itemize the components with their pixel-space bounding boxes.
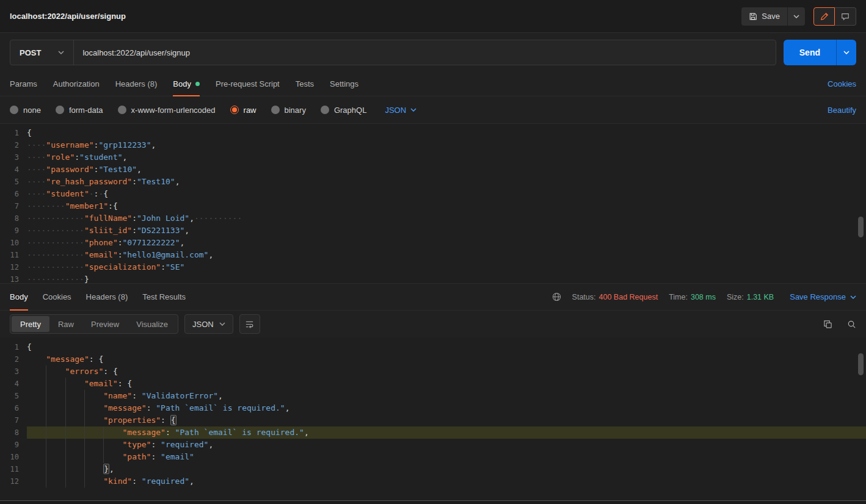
tab-tests[interactable]: Tests	[296, 72, 314, 96]
line-content: ····"re_hash_password":"Test10",	[27, 176, 866, 188]
tab-pre-request-script[interactable]: Pre-request Script	[216, 72, 280, 96]
save-button-label: Save	[762, 12, 780, 21]
cookies-link[interactable]: Cookies	[828, 79, 856, 88]
code-line[interactable]: 1{	[0, 341, 866, 353]
view-tab-visualize[interactable]: Visualize	[128, 316, 176, 332]
save-button-group: Save	[741, 7, 805, 26]
view-tab-pretty[interactable]: Pretty	[12, 316, 49, 332]
response-tab-cookies[interactable]: Cookies	[43, 284, 71, 310]
save-button[interactable]: Save	[741, 7, 787, 26]
line-number: 12	[0, 475, 27, 488]
size-badge: Size: 1.31 KB	[727, 293, 774, 301]
tab-headers[interactable]: Headers (8)	[115, 72, 158, 96]
body-type-form-data[interactable]: form-data	[56, 106, 103, 115]
send-dropdown-button[interactable]	[836, 40, 856, 65]
code-line[interactable]: 13············}	[0, 273, 866, 283]
body-type-x-www-form-urlencoded[interactable]: x-www-form-urlencoded	[118, 106, 216, 115]
response-tab-body[interactable]: Body	[10, 284, 28, 310]
body-type-binary[interactable]: binary	[271, 106, 306, 115]
response-code: 1{2"message": {3"errors": {4"email": {5"…	[0, 341, 866, 488]
tab-params[interactable]: Params	[10, 72, 37, 96]
network-icon[interactable]	[552, 292, 561, 301]
tab-authorization[interactable]: Authorization	[53, 72, 100, 96]
wrap-text-button[interactable]	[239, 314, 260, 334]
code-line[interactable]: 10"path": "email"	[0, 451, 866, 463]
code-line[interactable]: 9············"sliit_id":"DS221133",	[0, 225, 866, 237]
line-content: "errors": {	[27, 365, 866, 378]
response-body-viewer[interactable]: 1{2"message": {3"errors": {4"email": {5"…	[0, 337, 866, 500]
response-toolbar: Pretty Raw Preview Visualize JSON	[0, 311, 866, 337]
code-line[interactable]: 11},	[0, 463, 866, 475]
save-dropdown-button[interactable]	[787, 7, 805, 26]
method-select[interactable]: POST	[10, 40, 74, 65]
response-view-switcher: Pretty Raw Preview Visualize	[10, 314, 178, 334]
radio-label: form-data	[69, 106, 103, 115]
code-line[interactable]: 5····"re_hash_password":"Test10",	[0, 176, 866, 188]
beautify-link[interactable]: Beautify	[828, 106, 856, 115]
line-content: "name": "ValidatorError",	[27, 390, 866, 402]
copy-button[interactable]	[823, 320, 832, 329]
response-viewer-scrollbar[interactable]	[858, 353, 864, 375]
code-line[interactable]: 8"message": "Path `email` is required.",	[0, 427, 866, 439]
tab-settings[interactable]: Settings	[330, 72, 358, 96]
request-body-editor[interactable]: 1{2····"username":"grp112233",3····"role…	[0, 123, 866, 283]
request-editor-scrollbar[interactable]	[858, 217, 864, 237]
comments-button[interactable]	[835, 7, 856, 26]
tab-label: Test Results	[142, 292, 186, 301]
save-icon	[749, 12, 757, 21]
pencil-icon	[820, 12, 829, 21]
topbar-actions: Save	[741, 7, 856, 26]
line-content: ············"specialization":"SE"	[27, 261, 866, 273]
send-button[interactable]: Send	[784, 40, 836, 65]
code-line[interactable]: 2····"username":"grp112233",	[0, 139, 866, 151]
view-tab-raw[interactable]: Raw	[49, 316, 82, 332]
chevron-down-icon	[843, 51, 850, 54]
code-line[interactable]: 1{	[0, 127, 866, 139]
line-number: 6	[0, 402, 27, 414]
code-line[interactable]: 3"errors": {	[0, 365, 866, 378]
code-line[interactable]: 7"properties": {	[0, 414, 866, 427]
code-line[interactable]: 8············"fullName":"John Loid",····…	[0, 212, 866, 225]
response-format-select[interactable]: JSON	[184, 314, 233, 334]
url-input[interactable]	[74, 40, 775, 65]
code-line[interactable]: 2"message": {	[0, 353, 866, 365]
code-line[interactable]: 4"email": {	[0, 378, 866, 390]
time-badge: Time: 308 ms	[669, 293, 716, 301]
line-number: 10	[0, 451, 27, 463]
body-format-select[interactable]: JSON	[385, 106, 417, 115]
radio-selected-icon	[230, 106, 239, 114]
size-label: Size:	[727, 293, 744, 301]
line-number: 2	[0, 139, 27, 151]
line-number: 4	[0, 164, 27, 176]
tab-label: Pre-request Script	[216, 79, 280, 88]
response-tab-test-results[interactable]: Test Results	[142, 284, 186, 310]
line-content: ········"member1":{	[27, 200, 866, 212]
code-line[interactable]: 11············"email":"hello1@gmail.com"…	[0, 249, 866, 261]
search-button[interactable]	[847, 320, 856, 329]
body-type-graphql[interactable]: GraphQL	[321, 106, 366, 115]
status-badge: Status: 400 Bad Request	[572, 293, 658, 301]
code-line[interactable]: 7········"member1":{	[0, 200, 866, 212]
edit-button[interactable]	[813, 7, 835, 26]
code-line[interactable]: 3····"role":"student",	[0, 151, 866, 164]
code-line[interactable]: 12············"specialization":"SE"	[0, 261, 866, 273]
tab-body[interactable]: Body	[173, 72, 200, 96]
line-content: {	[27, 341, 866, 353]
view-tab-preview[interactable]: Preview	[82, 316, 128, 332]
time-label: Time:	[669, 293, 688, 301]
save-response-button[interactable]: Save Response	[790, 292, 856, 301]
body-type-none[interactable]: none	[10, 106, 41, 115]
code-line[interactable]: 6"message": "Path `email` is required.",	[0, 402, 866, 414]
code-line[interactable]: 10············"phone":"0771222222",	[0, 237, 866, 249]
tab-label: Body	[173, 79, 191, 88]
code-line[interactable]: 12"kind": "required",	[0, 475, 866, 488]
code-line[interactable]: 4····"password":"Test10",	[0, 164, 866, 176]
body-type-raw[interactable]: raw	[230, 106, 257, 115]
line-content: "kind": "required",	[27, 475, 866, 488]
code-line[interactable]: 9"type": "required",	[0, 439, 866, 451]
response-tab-headers[interactable]: Headers (8)	[86, 284, 128, 310]
code-line[interactable]: 6····"student"·:·{	[0, 188, 866, 200]
format-label: JSON	[385, 106, 406, 115]
line-number: 5	[0, 390, 27, 402]
code-line[interactable]: 5"name": "ValidatorError",	[0, 390, 866, 402]
